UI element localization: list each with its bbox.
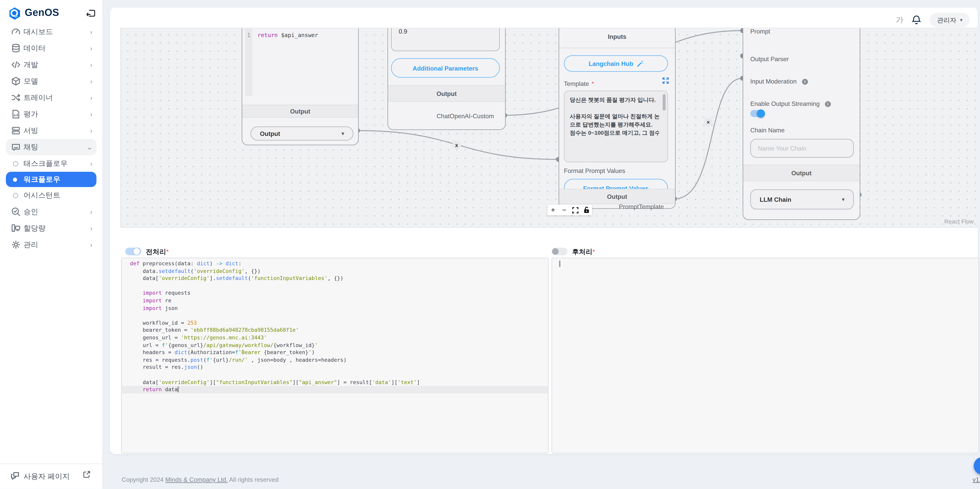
- postprocess-code-editor[interactable]: [552, 258, 979, 454]
- sidebar-item-평가[interactable]: 평가 ›: [0, 106, 102, 123]
- sidebar: GenOS 대시보드 › 데이터 › 개발 › 모델 › 트레이너 › 평가 ›…: [0, 0, 103, 489]
- sidebar-item-관리[interactable]: 관리 ›: [0, 236, 102, 253]
- lock-button[interactable]: [581, 205, 592, 215]
- code-line[interactable]: import json: [122, 304, 548, 312]
- serving-icon: [11, 125, 21, 136]
- sidebar-item-모델[interactable]: 모델 ›: [0, 73, 102, 89]
- chain-name-input[interactable]: Name Your Chain: [750, 139, 854, 158]
- additional-parameters-button[interactable]: Additional Parameters: [391, 58, 500, 78]
- edge-delete-button[interactable]: x: [452, 140, 461, 150]
- node-prompt-template[interactable]: Inputs Langchain Hub Template *: [558, 28, 676, 209]
- postprocess-label: 후처리*: [572, 248, 595, 256]
- chevron-icon: ›: [90, 61, 92, 68]
- postprocess-toggle[interactable]: [552, 248, 568, 255]
- fit-view-button[interactable]: [570, 205, 581, 215]
- preprocess-toggle[interactable]: [125, 248, 141, 255]
- code-line[interactable]: bearer_token = 'ebbff88bd6a948278cba9815…: [122, 327, 548, 334]
- output-handle-label: ChatOpenAI-Custom: [437, 112, 494, 119]
- code-line[interactable]: res = requests.post(f'{url}/run/' , json…: [122, 356, 548, 364]
- profile-label: 관리자: [937, 16, 956, 24]
- edge-delete-button[interactable]: ×: [704, 118, 713, 126]
- sidebar-item-개발[interactable]: 개발 ›: [0, 56, 102, 73]
- code-line[interactable]: result = res.json(): [122, 364, 548, 371]
- langchain-hub-button[interactable]: Langchain Hub: [564, 55, 668, 72]
- chevron-down-icon: ▼: [841, 197, 846, 202]
- zoom-in-button[interactable]: +: [547, 205, 558, 215]
- code-line[interactable]: [122, 371, 548, 379]
- textarea-scrollbar[interactable]: [663, 94, 666, 111]
- text-caret: [559, 261, 560, 267]
- code-line[interactable]: data['overrideConfig']["functionInputVar…: [122, 379, 548, 386]
- font-size-button[interactable]: 가: [896, 15, 904, 25]
- code-line[interactable]: genos_url = 'https://genos.mnc.ai:3443': [122, 334, 548, 342]
- output-streaming-toggle[interactable]: [750, 110, 764, 117]
- node-custom-function[interactable]: 1 return $api_answer Output Output ▼: [242, 28, 359, 145]
- sidebar-item-승인[interactable]: 승인 ›: [0, 204, 102, 220]
- code-line[interactable]: url = f'{genos_url}/api/gateway/workflow…: [122, 342, 548, 349]
- code-line[interactable]: workflow_id = 253: [122, 319, 548, 327]
- profile-menu[interactable]: 관리자 ▾: [930, 13, 970, 27]
- output-variable-select[interactable]: Output ▼: [250, 126, 353, 140]
- code-line[interactable]: data['overrideConfig'].setdefault('funct…: [122, 275, 548, 282]
- sidebar-menu: 대시보드 › 데이터 › 개발 › 모델 › 트레이너 › 평가 › 서빙 › …: [0, 24, 102, 253]
- node-chatopenai[interactable]: 0.9 Additional Parameters Output ChatOpe…: [388, 28, 506, 130]
- company-link[interactable]: Minds & Company Ltd.: [165, 476, 228, 483]
- node-llm-chain[interactable]: Prompt Output Parser Input Moderation i …: [743, 28, 860, 220]
- react-flow-attribution[interactable]: React Flow: [944, 218, 974, 225]
- sidebar-item-워크플로우[interactable]: 워크플로우: [6, 172, 96, 187]
- dashboard-icon: [11, 27, 21, 37]
- node-output-section: Output: [559, 189, 675, 204]
- sidebar-item-채팅[interactable]: 채팅 ⌄: [6, 139, 96, 155]
- magic-wand-icon: [636, 60, 643, 67]
- notifications-bell-icon[interactable]: [912, 15, 921, 25]
- code-line[interactable]: data.setdefault('overrideConfig', {}): [122, 268, 548, 275]
- code-line[interactable]: return data: [122, 386, 548, 393]
- sidebar-item-트레이너[interactable]: 트레이너 ›: [0, 89, 102, 106]
- sidebar-item-어시스턴트[interactable]: 어시스턴트: [0, 187, 102, 204]
- code-line-number: 1: [245, 32, 252, 38]
- code-line[interactable]: [122, 282, 548, 290]
- template-textarea[interactable]: 당신은 챗봇의 품질 평가자 입니다. 사용자의 질문에 얼마나 친절하게 논리…: [564, 91, 668, 162]
- sidebar-collapse-icon[interactable]: [86, 9, 95, 18]
- admin-icon: [11, 239, 21, 250]
- content-card: 가 관리자 ▾: [110, 8, 978, 454]
- header-actions: 가 관리자 ▾: [896, 13, 970, 27]
- user-page-icon: [10, 470, 21, 481]
- genos-logo-icon: [8, 6, 22, 21]
- preprocess-code-editor[interactable]: def preprocess(data: dict) -> dict: data…: [121, 258, 549, 454]
- bullet-icon: [13, 161, 18, 166]
- sidebar-item-데이터[interactable]: 데이터 ›: [0, 40, 102, 56]
- code-line[interactable]: headers = dict(Authorization=f'Bearer {b…: [122, 349, 548, 356]
- sidebar-item-할당량[interactable]: 할당량 ›: [0, 220, 102, 236]
- chevron-icon: ›: [90, 45, 92, 52]
- bullet-icon: [13, 193, 18, 198]
- trainer-icon: [11, 92, 21, 103]
- sidebar-item-대시보드[interactable]: 대시보드 ›: [0, 24, 102, 40]
- chevron-down-icon: ▼: [340, 131, 345, 136]
- code-line[interactable]: import requests: [122, 290, 548, 297]
- temperature-input[interactable]: 0.9: [391, 28, 500, 51]
- code-line[interactable]: import re: [122, 297, 548, 304]
- model-icon: [11, 76, 21, 86]
- info-icon[interactable]: i: [802, 79, 808, 85]
- node-code[interactable]: return $api_answer: [258, 32, 318, 38]
- sidebar-item-태스크플로우[interactable]: 태스크플로우›: [0, 155, 102, 172]
- template-label: Template *: [564, 78, 594, 88]
- expand-icon[interactable]: [662, 77, 669, 84]
- scroll-to-top-button[interactable]: [974, 457, 980, 475]
- chevron-icon: ›: [90, 127, 92, 134]
- version-link[interactable]: v1.2.2: [972, 476, 980, 483]
- node-output-section: Output: [743, 165, 860, 181]
- code-line[interactable]: [122, 312, 548, 319]
- node-inputs-header: Inputs: [559, 28, 675, 48]
- info-icon[interactable]: i: [825, 101, 830, 107]
- sidebar-item-서빙[interactable]: 서빙 ›: [0, 123, 102, 139]
- database-icon: [11, 43, 21, 54]
- zoom-out-button[interactable]: −: [558, 205, 570, 215]
- chevron-icon: ›: [90, 225, 92, 232]
- chain-output-select[interactable]: LLM Chain ▼: [750, 190, 854, 209]
- workflow-canvas[interactable]: x × 1 return $api_answer Output Output ▼…: [121, 28, 978, 228]
- screen: GenOS 대시보드 › 데이터 › 개발 › 모델 › 트레이너 › 평가 ›…: [0, 0, 980, 489]
- sidebar-footer[interactable]: 사용자 페이지: [0, 464, 102, 489]
- code-line[interactable]: def preprocess(data: dict) -> dict:: [122, 260, 548, 268]
